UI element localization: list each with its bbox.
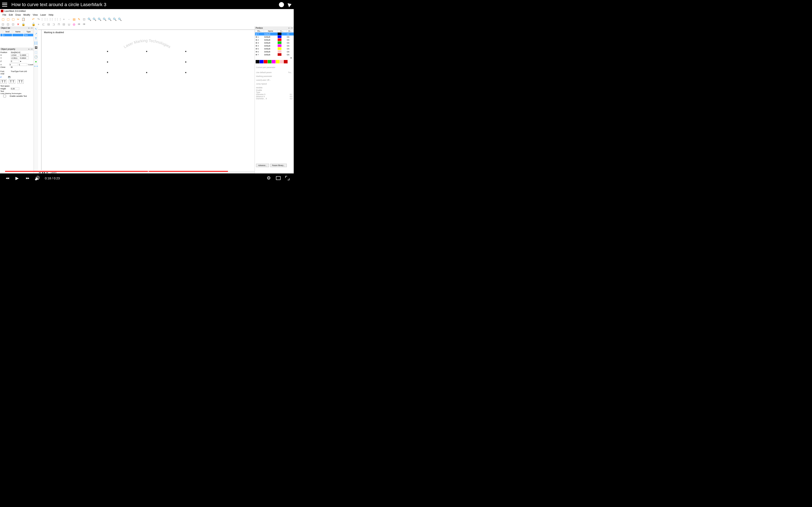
object-row[interactable]: 1 Text (0, 34, 33, 36)
grid-icon[interactable]: ⋮⋮ (42, 17, 46, 21)
size-y[interactable] (20, 57, 29, 59)
grid4-icon[interactable]: ⋮⋮ (57, 17, 61, 21)
settings-icon[interactable] (266, 176, 271, 181)
zoom-out-icon[interactable]: 🔍 (97, 17, 101, 21)
grid3-icon[interactable]: ⋮⋮ (52, 17, 56, 21)
chevron-down-icon[interactable]: ⌄ (147, 169, 150, 173)
height-input[interactable] (11, 87, 19, 90)
tool-img[interactable]: 🖼 (34, 46, 38, 49)
expand-pens[interactable]: ▲ (255, 56, 294, 59)
tool-dot[interactable]: ● (34, 60, 38, 63)
color-swatch[interactable] (260, 60, 263, 63)
del-icon[interactable]: ✕ (16, 22, 20, 26)
pen-row[interactable]: ★ 5DefaultOn (255, 47, 294, 50)
save-font-icon[interactable]: 💾 (8, 76, 10, 78)
align-r-icon[interactable]: ⊐ (52, 22, 56, 26)
eye-off-icon[interactable]: 👁 (82, 22, 86, 26)
tool-vec[interactable]: ⬚ (34, 51, 38, 54)
pen-row[interactable]: ★ 0DefaultOn (255, 33, 294, 36)
origin-icon[interactable]: + (36, 22, 41, 26)
hatch-icon[interactable]: ▤ (72, 17, 76, 21)
place-icon[interactable]: ⊡ (82, 17, 86, 21)
share-icon[interactable] (288, 2, 292, 7)
tool-bar[interactable]: ║║ (34, 41, 38, 45)
zoom-icon[interactable]: 🔍 (87, 17, 91, 21)
grid2-icon[interactable]: ⋮⋮ (47, 17, 51, 21)
center-icon[interactable]: ◎ (72, 22, 76, 26)
color-swatch[interactable] (284, 60, 288, 63)
color-swatch[interactable] (264, 60, 267, 63)
save-icon[interactable]: ▢ (11, 17, 15, 21)
zoom-all-icon[interactable]: 🔍 (112, 17, 117, 21)
menu-laser[interactable]: Laser (40, 13, 46, 16)
color-swatch[interactable] (268, 60, 271, 63)
menu-edit[interactable]: Edit (9, 13, 13, 16)
eye-icon[interactable]: 👁 (77, 22, 81, 26)
menu-icon[interactable] (2, 3, 7, 7)
zoom-in-icon[interactable]: 🔍 (92, 17, 96, 21)
kern-1[interactable]: T T (0, 79, 7, 83)
curved-text-object[interactable]: Laser Marking Technologies (107, 43, 187, 68)
menu-draw[interactable]: Draw (15, 13, 21, 16)
pen-row[interactable]: ★ 6DefaultOn (255, 50, 294, 53)
pos-a[interactable] (9, 63, 18, 66)
pen-row[interactable]: ★ 7DefaultOn (255, 53, 294, 56)
new-icon[interactable]: ▢ (1, 17, 5, 21)
open-icon[interactable]: ▢ (6, 17, 10, 21)
redo-icon[interactable]: ↷ (36, 17, 41, 21)
size-x[interactable] (20, 54, 29, 56)
pen-row[interactable]: ★ 3DefaultOn (255, 41, 294, 44)
zoom-fit-icon[interactable]: 🔍 (102, 17, 107, 21)
panel-controls[interactable]: ▾ ▫ ✕ (289, 27, 293, 29)
kern-2[interactable]: T T (9, 79, 15, 83)
paste-icon[interactable]: 📋 (21, 17, 26, 21)
hatch2-icon[interactable]: ✎ (77, 17, 81, 21)
volume-button[interactable] (35, 176, 40, 181)
play-button[interactable] (14, 176, 19, 181)
panel-controls[interactable]: ▾ ▫ ✕ (28, 48, 33, 50)
color-swatch[interactable] (272, 60, 275, 63)
menu-file[interactable]: File (3, 13, 6, 16)
node-icon[interactable]: ↗ (34, 32, 38, 35)
menu-view[interactable]: View (33, 13, 38, 16)
enable-var-check[interactable] (0, 95, 9, 97)
next-button[interactable] (24, 176, 30, 181)
menu-help[interactable]: Help (49, 13, 53, 16)
param-lib-button[interactable]: Param library... (270, 164, 287, 167)
pos-x[interactable] (11, 54, 19, 56)
snap3-icon[interactable]: ⊡ (11, 22, 15, 26)
align-c-icon[interactable]: ⊟ (47, 22, 51, 26)
align-t-icon[interactable]: ⊓ (57, 22, 61, 26)
pos-z[interactable] (11, 60, 19, 63)
undo-icon[interactable]: ↶ (31, 17, 36, 21)
lock-icon[interactable]: 🔒 (21, 22, 26, 26)
tool-ruler[interactable]: ⟷ (34, 64, 38, 68)
advance-button[interactable]: Advance... (256, 164, 269, 167)
font-name[interactable]: Arial (0, 73, 4, 75)
zoom-prev-icon[interactable]: 🔍 (117, 17, 122, 21)
cast-icon[interactable] (276, 176, 281, 180)
align-l-icon[interactable]: ⊏ (42, 22, 46, 26)
count[interactable] (19, 63, 27, 66)
color-swatch[interactable] (276, 60, 280, 63)
snap2-icon[interactable]: ⊡ (6, 22, 10, 26)
color-swatch[interactable] (280, 60, 284, 63)
kern-3[interactable]: T T (17, 79, 24, 83)
tool-clock[interactable]: 🕐 (34, 55, 38, 59)
tool-t[interactable]: T (34, 37, 38, 40)
align-b-icon[interactable]: ⊔ (67, 22, 71, 26)
snap1-icon[interactable]: ⊡ (1, 22, 5, 26)
panel-controls[interactable]: ▾ ▫ ✕ (28, 27, 33, 29)
previous-button[interactable] (4, 176, 9, 181)
align-m-icon[interactable]: ⊟ (62, 22, 66, 26)
unlock-icon[interactable]: 🔓 (31, 22, 36, 26)
font-style-icon[interactable]: F (0, 76, 2, 78)
zoom-sel-icon[interactable]: 🔍 (107, 17, 112, 21)
fullscreen-icon[interactable] (285, 176, 290, 180)
pen-row[interactable]: ★ 1DefaultOn (255, 36, 294, 39)
cut-icon[interactable]: ✂ (16, 17, 20, 21)
pos-y[interactable] (11, 57, 19, 59)
text-value[interactable]: Laser Marking Technologies (0, 93, 21, 95)
pen-row[interactable]: ★ 4DefaultOn (255, 44, 294, 47)
menu-modify[interactable]: Modify (23, 13, 30, 16)
